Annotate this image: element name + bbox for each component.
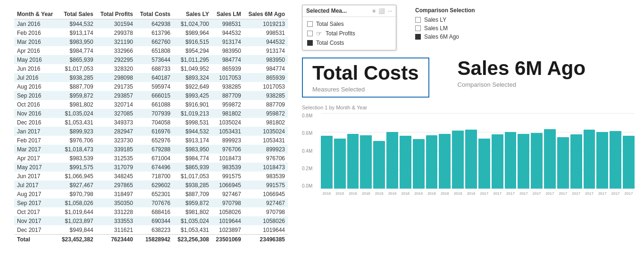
- checkbox-icon: [307, 31, 313, 36]
- chart-x-label: 2016: [386, 191, 398, 196]
- chart-x-label: 2016: [452, 191, 464, 196]
- table-cell: $983,950: [173, 145, 212, 154]
- table-cell: $887,709: [173, 189, 212, 198]
- table-header-cell: Total Costs: [136, 9, 173, 19]
- table-cell: 297865: [96, 181, 136, 189]
- chart-y-label: 0.6M: [302, 131, 318, 136]
- table-cell: $1,035,024: [173, 216, 212, 225]
- expand-icon[interactable]: ⬜: [378, 8, 385, 14]
- checkbox-icon: [307, 21, 313, 27]
- checkbox-icon: [307, 40, 313, 46]
- chart-x-label: 2017: [492, 191, 503, 196]
- table-cell: $913,174: [58, 28, 96, 37]
- table-cell: 707939: [136, 109, 173, 118]
- menu-icon[interactable]: ≡: [372, 8, 375, 14]
- dropdown-item[interactable]: Total Sales: [302, 19, 396, 29]
- chart-container: 0.8M0.6M0.4M0.2M0.0M 2016201620162016201…: [302, 113, 635, 198]
- table-footer-cell: 15828942: [136, 235, 173, 245]
- table-cell: 959872: [244, 109, 288, 118]
- table-row: Jun 2017$1,066,945348245718700$1,017,053…: [14, 172, 288, 181]
- table-cell: 983539: [212, 163, 244, 172]
- metrics-row: Total Costs Measures Selected Sales 6M A…: [302, 58, 635, 98]
- chart-bars-area: [321, 113, 635, 189]
- table-header-cell: Month & Year: [14, 9, 58, 19]
- secondary-metric-value: Sales 6M Ago: [458, 58, 586, 79]
- table-cell: 318497: [96, 189, 136, 198]
- table-cell: 1058026: [244, 216, 288, 225]
- table-row: Sep 2017$1,058,026350350707676$959,87297…: [14, 198, 288, 207]
- table-row: Feb 2016$913,174299378613796$989,9649445…: [14, 28, 288, 37]
- table-cell: 1066945: [244, 189, 288, 198]
- table-cell: $981,802: [58, 100, 96, 109]
- table-cell: $1,023,897: [58, 216, 96, 225]
- chart-x-label: 2016: [400, 191, 411, 196]
- more-options-icon[interactable]: ···: [388, 8, 392, 14]
- table-cell: 1066945: [212, 181, 244, 189]
- top-right-area: Selected Mea... ≡ ⬜ ··· Total Sales☞Tota…: [302, 5, 635, 50]
- table-cell: 323730: [96, 136, 136, 145]
- chart-bar: [544, 129, 556, 189]
- table-cell: 573644: [136, 55, 173, 64]
- table-cell: 976706: [244, 154, 288, 163]
- table-cell: Nov 2017: [14, 216, 58, 225]
- table-cell: Dec 2017: [14, 225, 58, 235]
- table-cell: 350350: [96, 198, 136, 207]
- table-cell: $1,017,053: [173, 172, 212, 181]
- table-cell: 331228: [96, 207, 136, 216]
- table-cell: Sep 2016: [14, 91, 58, 100]
- chart-x-label: 2016: [413, 191, 425, 196]
- secondary-metric-card: Sales 6M Ago Comparison Selected: [458, 58, 586, 88]
- table-row: Jul 2016$938,285298098640187$893,3241017…: [14, 73, 288, 82]
- table-cell: 1017053: [212, 73, 244, 82]
- comparison-checkbox-icon: [415, 17, 421, 23]
- table-cell: 298098: [96, 73, 136, 82]
- table-cell: $959,872: [173, 198, 212, 207]
- table-footer-cell: 23501069: [212, 235, 244, 245]
- table-cell: Jun 2016: [14, 64, 58, 73]
- chart-x-labels: 2016201620162016201620162016201620162016…: [321, 189, 635, 198]
- table-row: Mar 2016$983,950321190662760$916,5159131…: [14, 37, 288, 46]
- table-cell: May 2016: [14, 55, 58, 64]
- dropdown-item[interactable]: Total Costs: [302, 38, 396, 48]
- table-row: Apr 2017$983,539312535671004$984,7741018…: [14, 154, 288, 163]
- chart-x-label: 2016: [426, 191, 438, 196]
- chart-x-label: 2017: [623, 191, 635, 196]
- table-cell: 613796: [136, 28, 173, 37]
- table-cell: 887709: [244, 100, 288, 109]
- table-row: Nov 2017$1,023,897333553690344$1,035,024…: [14, 216, 288, 225]
- table-header-cell: Sales LM: [212, 9, 244, 19]
- table-cell: 642938: [136, 19, 173, 29]
- table-cell: Jan 2016: [14, 19, 58, 29]
- chart-y-labels: 0.8M0.6M0.4M0.2M0.0M: [302, 113, 318, 189]
- chart-x-label: 2016: [334, 191, 346, 196]
- table-row: Jun 2016$1,017,053328320688733$1,049,952…: [14, 64, 288, 73]
- dropdown-item[interactable]: ☞Total Profits: [302, 29, 396, 38]
- table-cell: Jun 2017: [14, 172, 58, 181]
- dropdown-item-label: Total Costs: [316, 40, 344, 46]
- chart-x-label: 2017: [610, 191, 621, 196]
- chart-bar: [400, 136, 411, 189]
- table-cell: $981,802: [173, 207, 212, 216]
- chart-bar: [373, 141, 385, 189]
- dropdown-header: Selected Mea... ≡ ⬜ ···: [302, 5, 396, 17]
- measure-dropdown-widget[interactable]: Selected Mea... ≡ ⬜ ··· Total Sales☞Tota…: [302, 5, 396, 50]
- table-cell: $954,294: [173, 46, 212, 55]
- main-metric-label: Measures Selected: [312, 86, 365, 93]
- table-cell: Oct 2016: [14, 100, 58, 109]
- table-cell: 1017053: [244, 82, 288, 91]
- table-cell: 1018473: [212, 154, 244, 163]
- table-cell: $865,939: [173, 163, 212, 172]
- table-cell: 1035024: [244, 127, 288, 136]
- table-cell: $984,774: [58, 46, 96, 55]
- table-cell: 984774: [244, 64, 288, 73]
- table-cell: Jan 2017: [14, 127, 58, 136]
- table-cell: 688416: [136, 207, 173, 216]
- table-cell: $991,575: [58, 163, 96, 172]
- table-row: Aug 2017$970,798318497652301$887,7099274…: [14, 189, 288, 198]
- table-cell: 913174: [212, 37, 244, 46]
- chart-title: Selection 1 by Month & Year: [302, 105, 635, 110]
- table-cell: $1,019,644: [58, 207, 96, 216]
- table-row: Apr 2016$984,774332966651808$954,2949839…: [14, 46, 288, 55]
- chart-x-label: 2017: [584, 191, 595, 196]
- table-row: Oct 2016$981,802320714661088$916,9019598…: [14, 100, 288, 109]
